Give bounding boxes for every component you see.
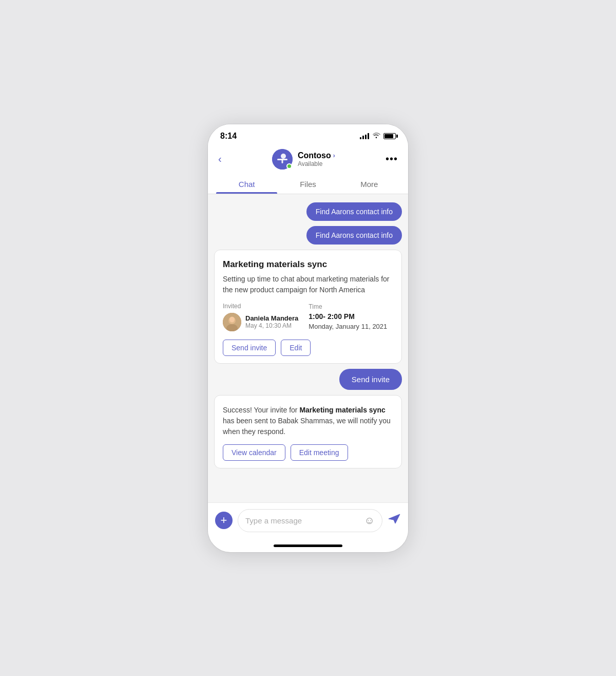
meeting-card-desc: Setting up time to chat about marketing …: [223, 274, 393, 295]
tab-files[interactable]: Files: [277, 175, 338, 194]
svg-point-7: [229, 316, 235, 322]
success-card: Success! Your invite for Marketing mater…: [214, 395, 402, 468]
tab-chat[interactable]: Chat: [216, 175, 277, 194]
tab-bar: Chat Files More: [216, 175, 400, 194]
time-label: Time: [309, 303, 387, 310]
time-date: Monday, January 11, 2021: [309, 323, 387, 330]
back-button[interactable]: ‹: [216, 151, 224, 167]
status-icons: [360, 132, 396, 140]
message-input-wrap[interactable]: Type a message ☺: [238, 509, 382, 532]
invited-person: Daniela Mandera May 4, 10:30 AM: [223, 313, 298, 331]
time-range: 1:00- 2:00 PM: [309, 312, 387, 321]
outgoing-bubble-1: Find Aarons contact info: [214, 202, 402, 221]
send-invite-bubble-row: Send invite: [214, 369, 402, 390]
bubble-pill: Find Aarons contact info: [306, 226, 402, 245]
status-time: 8:14: [220, 132, 237, 141]
svg-rect-3: [281, 159, 283, 163]
message-placeholder: Type a message: [245, 516, 302, 525]
meeting-card-meta: Invited: [223, 303, 393, 331]
header-top: ‹: [216, 149, 400, 175]
signal-bars-icon: [360, 133, 369, 139]
card-actions: Send invite Edit: [223, 340, 393, 356]
view-calendar-button[interactable]: View calendar: [223, 444, 285, 461]
home-indicator: [274, 544, 342, 547]
contact-status: Available: [298, 160, 335, 167]
time-col: Time 1:00- 2:00 PM Monday, January 11, 2…: [309, 303, 387, 331]
bottom-bar: + Type a message ☺: [208, 502, 408, 542]
svg-point-1: [281, 154, 286, 159]
meeting-card-title: Marketing materials sync: [223, 259, 393, 270]
edit-button[interactable]: Edit: [281, 340, 311, 356]
battery-icon: [383, 133, 396, 139]
person-info: Daniela Mandera May 4, 10:30 AM: [245, 314, 298, 329]
more-options-button[interactable]: •••: [383, 151, 400, 167]
invited-label: Invited: [223, 303, 298, 310]
chevron-right-icon: ›: [333, 152, 335, 159]
phone-frame: 8:14 ‹: [208, 124, 408, 552]
status-bar: 8:14: [208, 124, 408, 145]
person-avatar: [223, 313, 241, 331]
edit-meeting-button[interactable]: Edit meeting: [291, 444, 348, 461]
chat-area: Find Aarons contact info Find Aarons con…: [208, 194, 408, 502]
bubble-pill: Find Aarons contact info: [306, 202, 402, 221]
meeting-card: Marketing materials sync Setting up time…: [214, 250, 402, 364]
send-button[interactable]: [388, 513, 401, 528]
person-date: May 4, 10:30 AM: [245, 322, 298, 329]
success-actions: View calendar Edit meeting: [223, 444, 393, 461]
person-name: Daniela Mandera: [245, 314, 298, 322]
success-text: Success! Your invite for Marketing mater…: [223, 405, 393, 437]
outgoing-bubble-2: Find Aarons contact info: [214, 226, 402, 245]
invited-col: Invited: [223, 303, 298, 331]
tab-more[interactable]: More: [339, 175, 400, 194]
add-attachment-button[interactable]: +: [215, 512, 233, 529]
contact-info: Contoso › Available: [272, 149, 335, 170]
emoji-button[interactable]: ☺: [364, 515, 375, 527]
avatar: [272, 149, 293, 170]
send-invite-action-button[interactable]: Send invite: [339, 369, 402, 390]
contact-name: Contoso ›: [298, 151, 335, 160]
wifi-icon: [372, 132, 380, 140]
send-invite-button[interactable]: Send invite: [223, 340, 276, 356]
online-indicator: [286, 163, 292, 169]
chat-header: ‹: [208, 145, 408, 194]
contact-name-wrap: Contoso › Available: [298, 151, 335, 167]
